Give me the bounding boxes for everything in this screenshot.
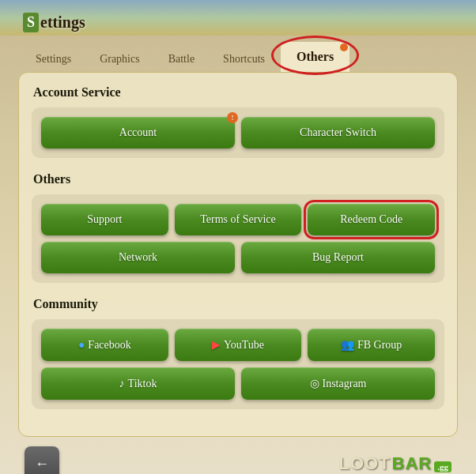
instagram-icon: ◎ [310, 378, 319, 389]
account-service-bg: Account ! Character Switch [32, 107, 444, 158]
tab-settings[interactable]: Settings [23, 47, 84, 72]
support-button[interactable]: Support [41, 204, 168, 235]
fb-group-button[interactable]: 👥FB Group [308, 329, 435, 361]
bottom-bar: ← LOOT BAR .gg [15, 440, 461, 474]
facebook-icon: ● [78, 339, 85, 351]
account-service-title: Account Service [32, 85, 444, 100]
tiktok-button[interactable]: ♪Tiktok [41, 367, 235, 400]
character-switch-button[interactable]: Character Switch [241, 117, 435, 149]
logo-bar-text: BAR [392, 453, 433, 474]
tab-others[interactable]: Others [281, 42, 349, 72]
tab-others-wrapper: Others [281, 42, 349, 72]
account-button[interactable]: Account ! [41, 117, 235, 149]
community-title: Community [32, 297, 444, 311]
bug-report-button[interactable]: Bug Report [241, 242, 435, 273]
facebook-button[interactable]: ●Facebook [41, 329, 168, 361]
tab-bar: Settings Graphics Battle Shortcuts Other… [15, 42, 461, 72]
community-section: Community ●Facebook ▶YouTube 👥FB Group ♪ [32, 297, 444, 409]
account-service-row: Account ! Character Switch [41, 117, 435, 149]
youtube-button[interactable]: ▶YouTube [175, 329, 302, 361]
instagram-button[interactable]: ◎Instagram [241, 367, 435, 400]
title-s: S [23, 13, 39, 32]
network-button[interactable]: Network [41, 242, 235, 273]
youtube-icon: ▶ [212, 339, 221, 351]
logo-gg-text: .gg [434, 461, 451, 472]
others-section: Others Support Terms of Service Redeem C… [32, 172, 444, 283]
redeem-code-button[interactable]: Redeem Code [308, 204, 435, 235]
community-bg: ●Facebook ▶YouTube 👥FB Group ♪Tiktok ◎In… [32, 319, 444, 409]
title-rest: ettings [40, 13, 85, 32]
community-row-2: ♪Tiktok ◎Instagram [41, 367, 435, 400]
others-section-bg: Support Terms of Service Redeem Code Net… [32, 194, 444, 283]
back-arrow-icon: ← [35, 456, 49, 472]
others-row-2: Network Bug Report [41, 242, 435, 273]
fb-group-icon: 👥 [341, 339, 354, 351]
others-section-title: Others [32, 172, 444, 186]
terms-button[interactable]: Terms of Service [175, 204, 302, 235]
community-row-1: ●Facebook ▶YouTube 👥FB Group [41, 329, 435, 361]
lootbar-logo: LOOT BAR .gg [338, 453, 451, 474]
main-panel: Account Service Account ! Character Swit… [18, 72, 458, 437]
tab-graphics[interactable]: Graphics [87, 47, 153, 72]
tab-shortcuts[interactable]: Shortcuts [210, 47, 278, 72]
tab-battle[interactable]: Battle [156, 47, 207, 72]
back-button[interactable]: ← [25, 446, 59, 474]
logo-loot-text: LOOT [338, 453, 390, 474]
others-row-1: Support Terms of Service Redeem Code [41, 204, 435, 235]
account-notification: ! [227, 112, 238, 123]
tiktok-icon: ♪ [119, 378, 125, 389]
title-bar: S ettings [15, 6, 461, 39]
account-service-section: Account Service Account ! Character Swit… [32, 85, 444, 158]
